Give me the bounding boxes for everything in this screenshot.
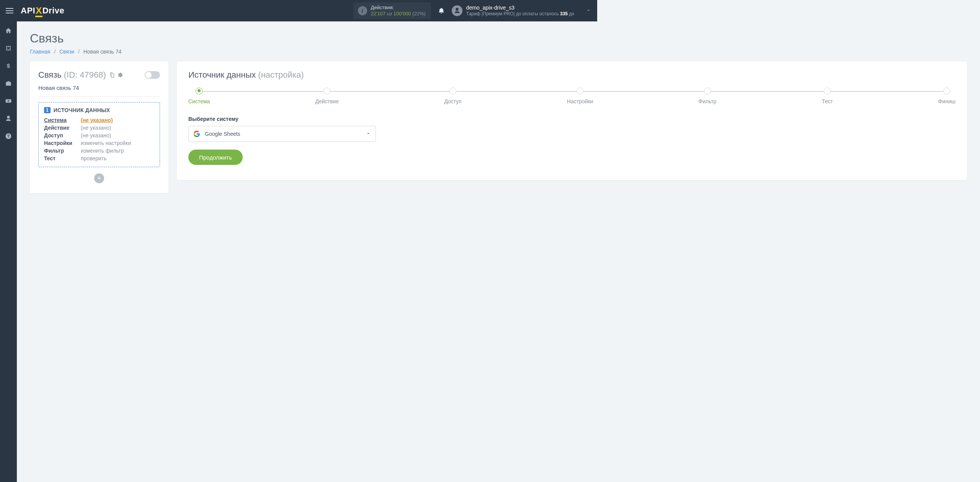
gear-icon[interactable] (117, 72, 123, 78)
breadcrumb-links[interactable]: Связи (59, 49, 74, 55)
step-circle (449, 88, 456, 94)
source-row-label[interactable]: Действие (44, 125, 75, 131)
user-menu[interactable]: demo_apix-drive_s3 Тариф |Премиум PRO| д… (452, 5, 591, 17)
source-row-0[interactable]: Система(не указано) (44, 117, 154, 123)
source-row-value: изменить настройки (81, 140, 131, 146)
actions-values: 22'107 из 100'000 (22%) (371, 11, 426, 17)
source-row-value[interactable]: (не указано) (81, 117, 113, 123)
configure-source-card: Источник данных (настройка) СистемаДейст… (177, 62, 597, 180)
svg-rect-1 (6, 10, 13, 11)
step-label: Настройки (567, 98, 593, 104)
source-row-label[interactable]: Тест (44, 155, 75, 161)
connection-summary-card: Связь (ID: 47968) Новая связь 74 1 ИСТОЧ… (30, 62, 168, 193)
step-label: Действие (315, 98, 339, 104)
source-row-value: (не указано) (81, 125, 111, 131)
step-действие[interactable]: Действие (315, 88, 339, 104)
step-circle (196, 88, 203, 94)
logo-text-post: Drive (42, 6, 65, 16)
svg-text:$: $ (7, 62, 10, 69)
system-select-label: Выберите систему (188, 116, 597, 122)
step-система[interactable]: Система (188, 88, 210, 104)
source-row-5[interactable]: Тестпроверить (44, 155, 154, 161)
sidebar-help-icon[interactable]: ? (5, 132, 12, 140)
source-row-label[interactable]: Настройки (44, 140, 75, 146)
chevron-down-icon (366, 131, 371, 137)
continue-button[interactable]: Продолжить (188, 150, 243, 165)
source-row-value: изменить фильтр (81, 148, 124, 154)
step-circle (323, 88, 330, 94)
source-row-4[interactable]: Фильтризменить фильтр (44, 148, 154, 154)
chevron-down-icon (586, 8, 591, 14)
google-sheets-icon (193, 130, 200, 137)
system-select-value: Google Sheets (205, 131, 240, 137)
sidebar-connections-icon[interactable] (5, 44, 12, 52)
source-row-label[interactable]: Фильтр (44, 148, 75, 154)
source-row-value: (не указано) (81, 132, 111, 138)
info-icon: i (358, 6, 367, 15)
source-step-badge: 1 (44, 107, 51, 113)
breadcrumb: Главная / Связи / Новая связь 74 (30, 49, 597, 55)
breadcrumb-home[interactable]: Главная (30, 49, 50, 55)
logo[interactable]: APIXDrive (21, 5, 64, 16)
sidebar: $ ? (0, 21, 17, 294)
notifications-bell-icon[interactable] (438, 7, 445, 15)
source-row-3[interactable]: Настройкиизменить настройки (44, 140, 154, 146)
connection-id: (ID: 47968) (64, 70, 106, 80)
sidebar-billing-icon[interactable]: $ (5, 62, 12, 70)
connection-label: Связь (38, 70, 62, 80)
copy-icon[interactable] (109, 72, 115, 78)
stepper: СистемаДействиеДоступНастройкиФильтрТест… (188, 88, 597, 104)
source-row-label[interactable]: Доступ (44, 132, 75, 138)
data-source-box: 1 ИСТОЧНИК ДАННЫХ Система(не указано)Дей… (38, 102, 160, 167)
source-step-title: ИСТОЧНИК ДАННЫХ (54, 107, 110, 113)
breadcrumb-current: Новая связь 74 (83, 49, 121, 55)
svg-rect-0 (6, 8, 13, 9)
add-step-button[interactable]: + (94, 173, 104, 183)
svg-text:?: ? (7, 134, 10, 138)
source-row-label[interactable]: Система (44, 117, 75, 123)
avatar-icon (452, 5, 462, 16)
connection-toggle[interactable] (145, 71, 160, 79)
connection-name: Новая связь 74 (38, 85, 160, 97)
logo-text-pre: API (21, 6, 35, 16)
step-настройки[interactable]: Настройки (567, 88, 593, 104)
source-row-2[interactable]: Доступ(не указано) (44, 132, 154, 138)
source-row-1[interactable]: Действие(не указано) (44, 125, 154, 131)
step-доступ[interactable]: Доступ (444, 88, 462, 104)
sidebar-video-icon[interactable] (5, 97, 12, 105)
actions-counter[interactable]: i Действия: 22'107 из 100'000 (22%) (353, 2, 431, 19)
configure-title: Источник данных (настройка) (188, 70, 597, 80)
system-select[interactable]: Google Sheets (188, 126, 376, 142)
sidebar-user-icon[interactable] (5, 115, 12, 122)
sidebar-home-icon[interactable] (5, 27, 12, 34)
step-label: Доступ (444, 98, 462, 104)
sidebar-briefcase-icon[interactable] (5, 80, 12, 87)
svg-rect-2 (6, 13, 13, 13)
user-tariff: Тариф |Премиум PRO| до оплаты осталось 3… (466, 11, 574, 17)
hamburger-menu[interactable] (0, 0, 19, 21)
step-circle (577, 88, 583, 94)
source-row-value: проверить (81, 155, 107, 161)
user-name: demo_apix-drive_s3 (466, 5, 574, 11)
actions-label: Действия: (371, 5, 426, 11)
page-title: Связь (30, 31, 597, 46)
logo-x: X (36, 5, 42, 16)
step-label: Система (188, 98, 210, 104)
